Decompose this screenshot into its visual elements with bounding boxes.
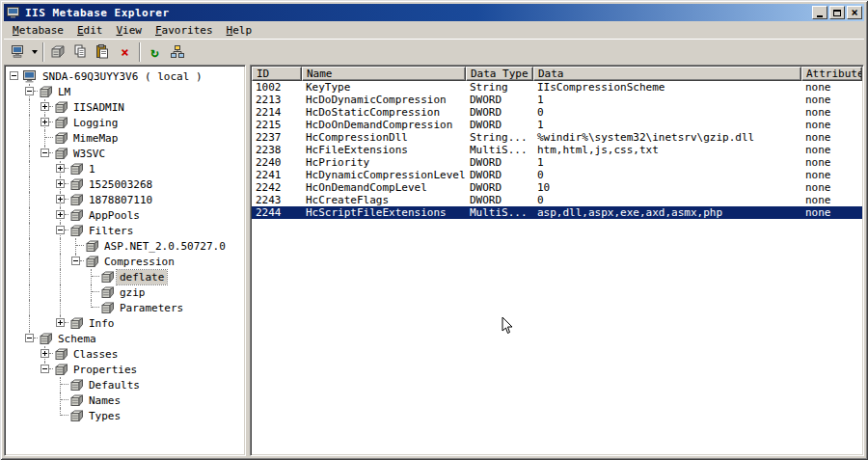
metabase-key-icon bbox=[68, 161, 86, 176]
cell-attributes: none bbox=[801, 94, 862, 106]
tree-node-deflate[interactable]: deflate bbox=[7, 269, 245, 284]
tree-node-snda-69q3uyy3v6-local[interactable]: SNDA-69Q3UYY3V6 ( local ) bbox=[7, 68, 245, 84]
property-row-2242[interactable]: 2242HcOnDemandCompLevelDWORD10none bbox=[252, 181, 862, 194]
cell-id: 2213 bbox=[252, 94, 302, 106]
expand-toggle[interactable] bbox=[41, 102, 49, 111]
expand-toggle[interactable] bbox=[41, 349, 49, 358]
expand-toggle[interactable] bbox=[56, 318, 65, 327]
tree-node-label: Logging bbox=[70, 116, 121, 130]
menu-metabase[interactable]: Metabase bbox=[6, 22, 70, 39]
cell-name: HcFileExtensions bbox=[302, 144, 466, 156]
tree-node-1878807110[interactable]: 1878807110 bbox=[7, 192, 245, 207]
paste-button[interactable] bbox=[92, 41, 114, 63]
cell-id: 2241 bbox=[252, 169, 302, 181]
property-row-2215[interactable]: 2215HcDoOnDemandCompressionDWORD1none bbox=[252, 119, 862, 131]
property-row-2240[interactable]: 2240HcPriorityDWORD1none bbox=[252, 156, 862, 169]
cell-data-type: DWORD bbox=[466, 181, 533, 194]
cell-id: 2214 bbox=[252, 106, 302, 119]
cell-id: 2215 bbox=[252, 119, 302, 131]
tree-node-properties[interactable]: Properties bbox=[7, 362, 245, 377]
cell-attributes: none bbox=[801, 106, 862, 119]
tree-node-label: Classes bbox=[70, 347, 121, 362]
property-row-1002[interactable]: 1002KeyTypeStringIIsCompressionSchemenon… bbox=[252, 81, 862, 94]
tree-node-label: deflate bbox=[117, 270, 167, 284]
menu-edit[interactable]: Edit bbox=[70, 22, 110, 39]
expand-toggle[interactable] bbox=[56, 179, 65, 188]
cell-data-type: String bbox=[466, 81, 533, 94]
tree-node-1[interactable]: 1 bbox=[7, 161, 245, 176]
tree-node-compression[interactable]: Compression bbox=[7, 254, 245, 269]
cell-name: HcCreateFlags bbox=[302, 194, 466, 206]
connect-button[interactable] bbox=[7, 41, 29, 63]
tree-node-apppools[interactable]: AppPools bbox=[7, 207, 245, 223]
collapse-toggle[interactable] bbox=[25, 334, 34, 342]
toolbar-separator bbox=[42, 42, 44, 62]
expand-toggle[interactable] bbox=[56, 164, 65, 173]
tree-node-lm[interactable]: LM bbox=[7, 84, 245, 99]
expand-toggle[interactable] bbox=[56, 195, 65, 203]
column-header-name[interactable]: Name bbox=[302, 67, 466, 81]
tree-node-schema[interactable]: Schema bbox=[7, 331, 245, 346]
metabase-key-icon bbox=[99, 284, 117, 300]
cell-name: HcPriority bbox=[302, 156, 466, 169]
tree-node-filters[interactable]: Filters bbox=[7, 223, 245, 238]
cell-data: 0 bbox=[533, 106, 801, 119]
tree-node-gzip[interactable]: gzip bbox=[7, 284, 245, 300]
collapse-toggle[interactable] bbox=[56, 226, 65, 234]
permissions-button[interactable] bbox=[166, 41, 188, 63]
tree-node-1525003268[interactable]: 1525003268 bbox=[7, 176, 245, 192]
tree-node-iisadmin[interactable]: IISADMIN bbox=[7, 99, 245, 115]
menu-favorites[interactable]: Favorites bbox=[149, 22, 220, 39]
property-row-2214[interactable]: 2214HcDoStaticCompressionDWORD0none bbox=[252, 106, 862, 119]
copy-button[interactable] bbox=[69, 41, 92, 63]
cell-name: HcCompressionDll bbox=[302, 131, 466, 144]
tree-node-info[interactable]: Info bbox=[7, 315, 245, 331]
maximize-button[interactable] bbox=[829, 6, 845, 19]
metabase-key-icon bbox=[53, 115, 70, 130]
property-row-2244[interactable]: 2244HcScriptFileExtensionsMultiS...asp,d… bbox=[252, 206, 862, 219]
cell-name: HcDoStaticCompression bbox=[302, 106, 466, 119]
tree-node-classes[interactable]: Classes bbox=[7, 346, 245, 362]
column-header-id[interactable]: ID bbox=[252, 67, 302, 81]
minimize-button[interactable] bbox=[812, 6, 827, 19]
tree-node-w3svc[interactable]: W3SVC bbox=[7, 146, 245, 161]
metabase-key-icon bbox=[68, 408, 86, 423]
collapse-toggle[interactable] bbox=[41, 149, 49, 157]
tree-node-defaults[interactable]: Defaults bbox=[7, 377, 245, 392]
collapse-toggle[interactable] bbox=[25, 87, 34, 95]
menu-view[interactable]: View bbox=[109, 22, 149, 39]
metabase-key-icon bbox=[99, 300, 117, 315]
new-key-button[interactable] bbox=[47, 41, 69, 63]
cell-name: KeyType bbox=[302, 81, 466, 94]
collapse-toggle[interactable] bbox=[41, 365, 49, 373]
collapse-toggle[interactable] bbox=[10, 71, 18, 80]
property-row-2243[interactable]: 2243HcCreateFlagsDWORD0none bbox=[252, 194, 862, 206]
tree-node-label: 1 bbox=[86, 162, 98, 176]
tree-node-types[interactable]: Types bbox=[7, 408, 245, 423]
main-area: SNDA-69Q3UYY3V6 ( local )LMIISADMINLoggi… bbox=[4, 65, 864, 456]
tree-node-mimemap[interactable]: MimeMap bbox=[7, 130, 245, 146]
metabase-key-icon bbox=[84, 238, 101, 254]
tree-node-parameters[interactable]: Parameters bbox=[7, 300, 245, 315]
metabase-key-icon bbox=[84, 254, 101, 269]
menu-help[interactable]: Help bbox=[220, 22, 259, 39]
expand-toggle[interactable] bbox=[41, 118, 49, 126]
tree-node-asp-net-2-0-50727-0[interactable]: ASP.NET_2.0.50727.0 bbox=[7, 238, 245, 254]
collapse-toggle[interactable] bbox=[71, 257, 80, 265]
property-row-2238[interactable]: 2238HcFileExtensionsMultiS...htm,html,js… bbox=[252, 144, 862, 156]
tree-node-logging[interactable]: Logging bbox=[7, 115, 245, 130]
expand-toggle[interactable] bbox=[56, 210, 65, 219]
connect-dropdown-caret[interactable] bbox=[29, 41, 40, 63]
delete-button[interactable]: × bbox=[114, 41, 136, 63]
property-row-2237[interactable]: 2237HcCompressionDllString...%windir%\sy… bbox=[252, 131, 862, 144]
refresh-button[interactable]: ↻ bbox=[144, 41, 166, 63]
column-header-data[interactable]: Data bbox=[533, 67, 801, 81]
property-row-2213[interactable]: 2213HcDoDynamicCompressionDWORD1none bbox=[252, 94, 862, 106]
close-button[interactable]: × bbox=[847, 6, 862, 19]
column-header-data-type[interactable]: Data Type bbox=[466, 67, 533, 81]
title-bar[interactable]: IIS Metabase Explorer × bbox=[4, 4, 864, 21]
cell-id: 2242 bbox=[252, 181, 302, 194]
tree-node-names[interactable]: Names bbox=[7, 392, 245, 408]
property-row-2241[interactable]: 2241HcDynamicCompressionLevelDWORD0none bbox=[252, 169, 862, 181]
column-header-attributes[interactable]: Attributes bbox=[801, 67, 862, 81]
